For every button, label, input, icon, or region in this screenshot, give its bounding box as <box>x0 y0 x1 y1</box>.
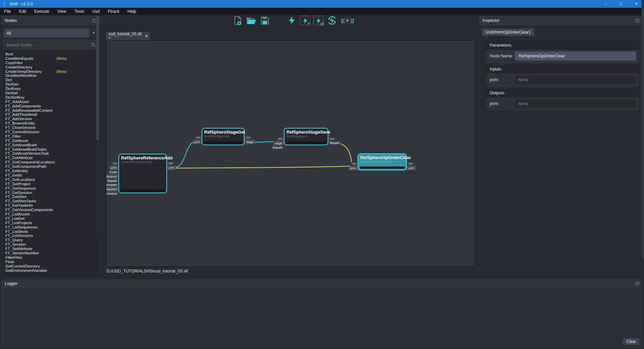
node-type-item[interactable]: CreateTempDirectory(Beta) <box>5 69 98 74</box>
port-primpath[interactable]: primpath <box>106 183 118 187</box>
port-filepath[interactable]: filepath <box>106 179 118 183</box>
node-type-item[interactable]: FT_ListAssets <box>5 212 98 216</box>
menu-execute[interactable]: Execute <box>30 8 53 15</box>
port-variantName[interactable]: variantName <box>106 192 118 195</box>
port-stage[interactable]: stage <box>245 140 255 144</box>
node-type-item[interactable]: FT_GetSequence <box>5 186 98 191</box>
node-type-item[interactable]: Bool <box>5 52 98 56</box>
node-type-item[interactable]: FT_GetAttribute <box>5 156 98 160</box>
node-list-scrollbar[interactable] <box>96 16 99 239</box>
menu-tools[interactable]: Tools <box>70 8 88 15</box>
port-filepath[interactable]: filepath <box>272 146 283 149</box>
port-prim[interactable]: prim <box>407 166 416 170</box>
node-type-item[interactable]: FT_CloseSession <box>5 126 98 130</box>
node-type-item[interactable]: DictSetKey <box>5 95 98 100</box>
port-chevron-icon[interactable]: >>> <box>329 137 335 141</box>
node-type-item[interactable]: FT_ListVersions <box>5 234 98 238</box>
node-type-item[interactable]: FT_GetShotTasks <box>5 199 98 203</box>
node-type-item[interactable]: FT_AddVersion <box>5 117 98 121</box>
port-chevron-icon[interactable]: >>> <box>245 136 251 139</box>
graph-node-refsphere-stage-save[interactable]: RefSphereStageSave (UsdStageSave) >>>sta… <box>284 128 328 145</box>
port-chevron-icon[interactable]: >>> <box>407 162 414 165</box>
port-chevron-icon[interactable]: >>> <box>167 162 174 165</box>
menu-help[interactable]: Help <box>123 8 140 15</box>
graph-node-refsphere-reference-add[interactable]: RefSphereReferenceAdd (UsdPrimReferenceA… <box>118 154 167 193</box>
port-mode[interactable]: mode <box>108 170 118 174</box>
node-type-item[interactable]: FT_ListShots <box>5 230 98 234</box>
menu-ftrack[interactable]: Ftrack <box>104 8 123 15</box>
node-type-item[interactable]: ConditionEquals(Beta) <box>5 56 98 61</box>
port-prim[interactable]: prim <box>349 166 358 170</box>
port-chevron-icon[interactable]: >>> <box>351 162 357 165</box>
port-prim[interactable]: prim <box>167 166 176 170</box>
node-type-item[interactable]: FT_GetShot <box>5 195 98 199</box>
node-type-item[interactable]: FT_GetComponentPath <box>5 164 98 169</box>
menu-usd[interactable]: Usd <box>88 8 104 15</box>
input-prim-value[interactable]: None <box>515 76 636 84</box>
menu-file[interactable]: File <box>0 8 15 15</box>
node-type-item[interactable]: FT_GetAsset <box>5 139 98 143</box>
execute-icon[interactable] <box>286 16 297 25</box>
port-reference[interactable]: reference <box>106 174 118 179</box>
node-type-item[interactable]: FT_SetAttribute <box>5 247 98 251</box>
node-type-item[interactable]: FT_GetLocations <box>5 178 98 182</box>
save-file-icon[interactable] <box>259 16 270 25</box>
search-input[interactable]: Search Nodes... <box>3 40 98 49</box>
menu-view[interactable]: View <box>53 8 70 15</box>
node-type-item[interactable]: FT_Query <box>5 238 98 242</box>
node-type-item[interactable]: FT_AddComponents <box>5 104 98 108</box>
node-type-item[interactable]: FT_ListGet <box>5 216 98 221</box>
node-type-item[interactable]: GetEnvironmentVariable <box>5 268 98 273</box>
node-type-item[interactable]: FT_VersionNumber <box>5 251 98 255</box>
node-type-item[interactable]: DeadlineWorkflow <box>5 73 98 78</box>
port-chevron-icon[interactable]: >>> <box>277 137 283 141</box>
node-type-item[interactable]: FT_CommitSession <box>5 130 98 134</box>
minimize-icon[interactable]: ─ <box>598 0 613 8</box>
undock-icon[interactable] <box>635 18 639 22</box>
node-graph-canvas[interactable]: RefSphereReferenceAdd (UsdPrimReferenceA… <box>106 40 475 267</box>
execute-selected-icon[interactable] <box>300 16 310 25</box>
port-prim[interactable]: prim <box>193 140 202 144</box>
node-type-item[interactable]: FT_GetEntity <box>5 169 98 173</box>
clear-logger-button[interactable]: Clear <box>623 338 640 345</box>
node-type-item[interactable]: FT_ListProjects <box>5 221 98 225</box>
node-type-item[interactable]: FT_ListSequences <box>5 225 98 230</box>
node-type-item[interactable]: DictGet <box>5 82 98 87</box>
node-type-item[interactable]: FT_GetComponentLocations <box>5 160 98 164</box>
node-filter-dropdown[interactable]: All ▼ <box>3 28 98 38</box>
node-type-item[interactable]: FT_AddThumbnail <box>5 112 98 117</box>
tab-usd-tutorial-03[interactable]: usd_tutorial_03.sft * ✕ <box>106 32 150 40</box>
menu-edit[interactable]: Edit <box>15 8 30 15</box>
node-type-item[interactable]: FT_Session <box>5 242 98 247</box>
live-execute-icon[interactable]: (( )) <box>340 16 355 25</box>
inspector-scrollbar[interactable] <box>641 0 644 259</box>
inspected-node-tab[interactable]: UsdXformOpOrderClear1 <box>482 29 534 36</box>
port-chevron-icon[interactable]: >>> <box>112 162 118 165</box>
tab-close-icon[interactable]: ✕ <box>145 34 148 39</box>
node-type-item[interactable]: GetCurrentDirectory <box>5 264 98 268</box>
open-file-icon[interactable] <box>246 16 256 25</box>
node-type-item[interactable]: CopyFiles <box>5 61 98 65</box>
node-type-item[interactable]: DictKeys <box>5 87 98 91</box>
node-name-input[interactable]: RefSphereOpOrderClear <box>515 52 636 60</box>
port-chevron-icon[interactable]: >>> <box>195 136 201 139</box>
node-type-item[interactable]: FT_BrowseEntity <box>5 121 98 126</box>
new-file-icon[interactable] <box>232 16 243 25</box>
node-type-item[interactable]: FT_GetVersionComponents <box>5 208 98 212</box>
node-type-item[interactable]: FT_GetAssetBuildTasks <box>5 147 98 152</box>
node-type-item[interactable]: FT_GetProject <box>5 182 98 186</box>
node-type-item[interactable]: FT_GetAssetBuild <box>5 143 98 147</box>
node-type-item[interactable]: FilterFiles <box>5 255 98 260</box>
port-stage[interactable]: stage <box>273 141 283 145</box>
port-variantSet[interactable]: variantSet <box>106 187 118 191</box>
output-prim-value[interactable]: None <box>515 99 636 108</box>
undock-icon[interactable] <box>635 282 639 286</box>
execute-until-icon[interactable] <box>313 16 324 25</box>
port-filepath[interactable]: filepath <box>329 141 340 145</box>
execute-loop-icon[interactable] <box>327 16 337 25</box>
scrollbar-thumb[interactable] <box>642 1 644 258</box>
node-type-item[interactable]: FT_GetAssetVersionTask <box>5 151 98 156</box>
graph-node-refsphere-op-order-clear[interactable]: RefSphereOpOrderClear (UsdXformOpOrderCl… <box>358 153 407 170</box>
node-type-item[interactable]: FT_GetId <box>5 173 98 178</box>
node-type-item[interactable]: Dict <box>5 78 98 82</box>
